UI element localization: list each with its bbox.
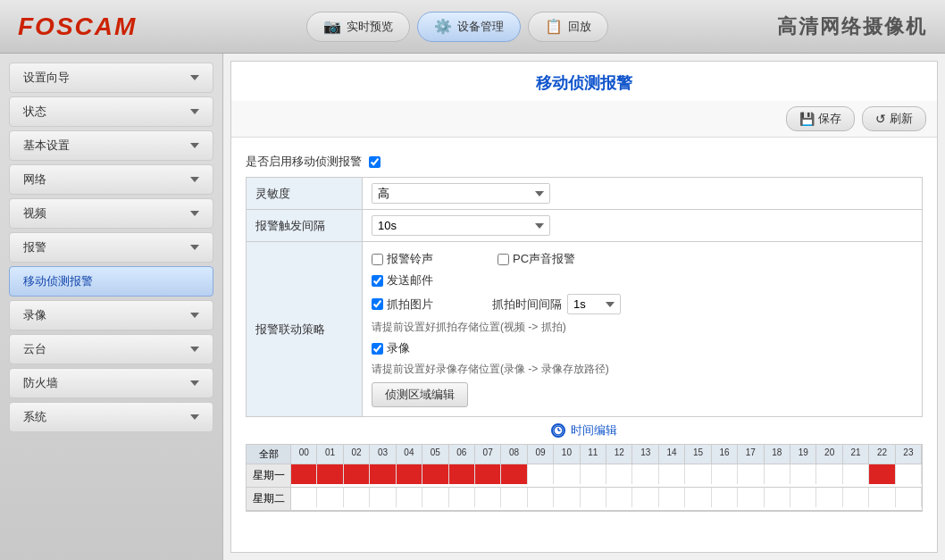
refresh-button[interactable]: ↺ 刷新 [862, 106, 926, 131]
schedule-cell[interactable] [528, 464, 554, 484]
save-icon: 💾 [799, 112, 815, 126]
tab-playback[interactable]: 📋 回放 [528, 12, 608, 42]
detection-zone-button[interactable]: 侦测区域编辑 [372, 382, 468, 407]
schedule-cell[interactable] [344, 488, 370, 507]
capture-label[interactable]: 抓拍图片 [372, 297, 433, 313]
schedule-cell[interactable] [843, 488, 869, 507]
schedule-cell[interactable] [528, 488, 554, 507]
content-area: 移动侦测报警 💾 保存 ↺ 刷新 是否启用移动侦测报警 [223, 54, 945, 560]
sidebar-item-recording[interactable]: 录像 [9, 300, 213, 330]
sidebar-item-firewall[interactable]: 防火墙 [9, 368, 213, 398]
tab-device[interactable]: ⚙️ 设备管理 [417, 12, 521, 42]
schedule-cell[interactable] [344, 464, 370, 484]
schedule-cell[interactable] [765, 488, 790, 507]
time-edit-row[interactable]: 时间编辑 [246, 417, 923, 444]
schedule-cell[interactable] [475, 464, 501, 484]
schedule-cell[interactable] [501, 488, 527, 507]
sidebar-item-network[interactable]: 网络 [9, 164, 213, 195]
header-tagline: 高清网络摄像机 [777, 13, 927, 40]
schedule-cell[interactable] [581, 464, 606, 484]
sidebar-item-alarm[interactable]: 报警 [9, 232, 213, 263]
schedule-cell[interactable] [816, 464, 842, 484]
sidebar-item-status[interactable]: 状态 [9, 96, 213, 127]
schedule-cell[interactable] [738, 488, 764, 507]
sidebar-item-label: 基本设置 [23, 138, 70, 154]
schedule-cell[interactable] [554, 488, 580, 507]
send-email-checkbox[interactable] [372, 275, 383, 287]
gear-icon: ⚙️ [434, 18, 452, 36]
schedule-cell[interactable] [790, 464, 816, 484]
schedule-cell[interactable] [712, 464, 738, 484]
schedule-cell[interactable] [397, 464, 422, 484]
sidebar-item-motion-alarm[interactable]: 移动侦测报警 [9, 266, 213, 297]
sidebar-item-video[interactable]: 视频 [9, 198, 213, 229]
schedule-cell[interactable] [816, 488, 842, 507]
sidebar-item-label: 录像 [23, 307, 46, 323]
schedule-header-row: 全部 0001020304050607080910111213141516171… [247, 445, 922, 464]
schedule-cell[interactable] [397, 488, 422, 507]
form-section: 是否启用移动侦测报警 灵敏度 低 中 高 [231, 138, 937, 521]
capture-checkbox[interactable] [372, 298, 383, 310]
record-checkbox[interactable] [372, 343, 383, 355]
schedule-cell[interactable] [317, 464, 343, 484]
hour-label: 12 [606, 445, 632, 464]
save-button[interactable]: 💾 保存 [786, 106, 855, 131]
schedule-cell[interactable] [449, 488, 475, 507]
schedule-cell[interactable] [896, 488, 922, 507]
schedule-cell[interactable] [475, 488, 501, 507]
schedule-cell[interactable] [291, 488, 317, 507]
table-row: 灵敏度 低 中 高 [247, 178, 923, 210]
alarm-bell-label[interactable]: 报警铃声 [372, 251, 433, 267]
schedule-cell[interactable] [449, 464, 475, 484]
schedule-cell[interactable] [869, 464, 895, 484]
schedule-cell[interactable] [317, 488, 343, 507]
schedule-cell[interactable] [501, 464, 527, 484]
schedule-cell[interactable] [896, 464, 922, 484]
sidebar-item-basic-settings[interactable]: 基本设置 [9, 130, 213, 161]
schedule-cell[interactable] [843, 464, 869, 484]
sensitivity-select[interactable]: 低 中 高 [372, 183, 550, 204]
schedule-day-label: 星期一 [247, 464, 291, 487]
schedule-cell[interactable] [554, 464, 580, 484]
hour-label: 22 [869, 445, 895, 464]
sidebar-item-label: 设置向导 [23, 70, 70, 86]
capture-interval-select[interactable]: 1s 2s 5s [567, 294, 621, 314]
schedule-cell[interactable] [685, 488, 711, 507]
sidebar-item-setup-wizard[interactable]: 设置向导 [9, 63, 213, 93]
schedule-cell[interactable] [869, 488, 895, 507]
sidebar-item-system[interactable]: 系统 [9, 402, 213, 432]
schedule-cell[interactable] [422, 464, 448, 484]
record-label[interactable]: 录像 [372, 340, 410, 356]
schedule-cell[interactable] [659, 488, 685, 507]
schedule-cell[interactable] [422, 488, 448, 507]
schedule-cell[interactable] [370, 464, 396, 484]
schedule-cell[interactable] [738, 464, 764, 484]
schedule-cell[interactable] [606, 464, 632, 484]
trigger-interval-select[interactable]: 5s 10s 30s 1min 5min [372, 215, 550, 236]
sidebar-item-label: 云台 [23, 341, 46, 357]
schedule-cell[interactable] [712, 488, 738, 507]
schedule-cell[interactable] [685, 464, 711, 484]
schedule-cell[interactable] [765, 464, 790, 484]
tab-realtime[interactable]: 📷 实时预览 [306, 12, 410, 42]
content-inner: 移动侦测报警 💾 保存 ↺ 刷新 是否启用移动侦测报警 [230, 61, 938, 553]
send-email-text: 发送邮件 [387, 272, 433, 288]
send-email-label[interactable]: 发送邮件 [372, 272, 433, 288]
sidebar-item-cloud[interactable]: 云台 [9, 334, 213, 364]
capture-text: 抓拍图片 [387, 297, 433, 313]
schedule-cell[interactable] [632, 464, 658, 484]
schedule-cell[interactable] [606, 488, 632, 507]
pc-alarm-checkbox[interactable] [498, 254, 509, 265]
sidebar-item-label: 防火墙 [23, 375, 58, 391]
enable-label: 是否启用移动侦测报警 [246, 154, 362, 170]
pc-alarm-label[interactable]: PC声音报警 [498, 251, 575, 267]
enable-checkbox[interactable] [369, 156, 381, 168]
schedule-cell[interactable] [370, 488, 396, 507]
hour-label: 23 [896, 445, 922, 464]
schedule-cell[interactable] [790, 488, 816, 507]
alarm-bell-checkbox[interactable] [372, 254, 383, 265]
schedule-cell[interactable] [659, 464, 685, 484]
schedule-cell[interactable] [291, 464, 317, 484]
schedule-cell[interactable] [632, 488, 658, 507]
schedule-cell[interactable] [581, 488, 606, 507]
